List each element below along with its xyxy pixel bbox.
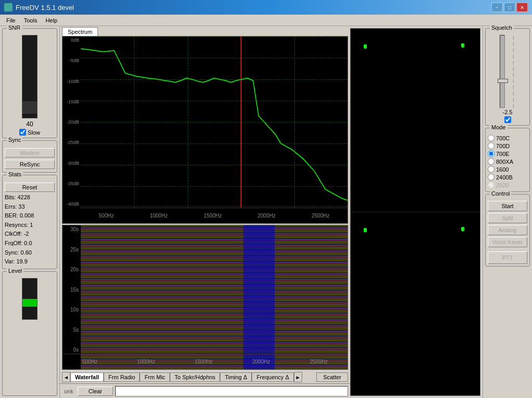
tab-frm-radio[interactable]: Frm Radio (104, 372, 140, 382)
radio-700c[interactable] (488, 135, 494, 141)
mode-group: Mode 700C 700D 700E 800XA (485, 128, 530, 192)
y-label-5db: -5dB (63, 58, 81, 63)
spectrum-tabs: Spectrum (60, 26, 350, 36)
tab-timing[interactable]: Timing Δ (220, 372, 252, 382)
level-label: Level (7, 268, 23, 274)
tab-frm-mic[interactable]: Frm Mic (140, 372, 170, 382)
radio-1600[interactable] (488, 166, 494, 173)
y-label-25db: -25dB (63, 140, 81, 145)
title-bar-controls: − □ ✕ (491, 3, 528, 12)
mode-700d: 700D (488, 142, 527, 149)
scatter-panel (350, 28, 480, 396)
mode-1600: 1600 (488, 166, 527, 173)
waterfall-x-axis: 500Hz 1000Hz 1500Hz 2000Hz 2500Hz (63, 354, 348, 369)
radio-2020[interactable] (488, 182, 494, 188)
mode-800xa-label: 800XA (496, 159, 513, 165)
radio-800xa[interactable] (488, 158, 494, 165)
snr-group: SNR 40 Slow (2, 28, 57, 138)
squelch-thumb[interactable] (498, 79, 508, 83)
stats-label: Stats (7, 171, 23, 177)
status-label: unk (62, 388, 76, 394)
slow-check: Slow (5, 129, 55, 136)
spectrum-display: 0dB -5dB -10dB -15dB -20dB -25dB -30dB -… (62, 36, 348, 224)
control-label: Control (490, 190, 511, 197)
minimize-button[interactable]: − (491, 3, 503, 12)
resync-button[interactable]: ReSync (5, 160, 55, 169)
y-label-40db: -40dB (63, 201, 81, 207)
clear-button[interactable]: Clear (78, 387, 113, 396)
main-content: SNR 40 Slow Sync Modem ReSync Stats (0, 26, 532, 398)
mode-700d-label: 700D (496, 143, 510, 149)
x-label-500: 500Hz (99, 213, 114, 219)
sync-group: Sync Modem ReSync (2, 140, 57, 173)
control-group: Control Start Split Analog Voice Keyer P… (485, 194, 530, 267)
y-label-0db: 0dB (63, 38, 81, 43)
menu-help[interactable]: Help (41, 16, 61, 25)
scatter-dot-4 (461, 227, 464, 231)
spectrum-tab[interactable]: Spectrum (62, 27, 98, 36)
squelch-slider-track[interactable]: | | | | | | | | | | | | (500, 35, 505, 108)
stat-var: Var: 19.9 (5, 257, 55, 267)
waterfall-display: 30s 25s 20s 15s 10s 5s 0s 500Hz 1000Hz (62, 225, 348, 370)
menu-file[interactable]: File (2, 16, 20, 25)
scatter-dot-2 (461, 43, 464, 47)
slow-checkbox[interactable] (19, 129, 26, 136)
tab-frequency[interactable]: Frequency Δ (252, 372, 293, 382)
status-bar: unk Clear (60, 383, 350, 398)
y-label-20db: -20dB (63, 119, 81, 125)
scatter-top (351, 29, 480, 212)
center-panels: Spectrum 0dB -5dB -10dB -15dB -20dB -25d… (60, 26, 482, 398)
right-panel: Squelch | | | | | | | | | (482, 26, 532, 398)
tabs-nav-left[interactable]: ◄ (62, 372, 70, 382)
waterfall-background (81, 225, 348, 369)
stat-ber: BER: 0.008 (5, 211, 55, 221)
tab-to-spkr[interactable]: To Spkr/Hdphns (170, 372, 220, 382)
app-icon (4, 3, 13, 11)
reset-button[interactable]: Reset (5, 183, 55, 192)
x-label-1500: 1500Hz (204, 213, 221, 219)
y-label-15db: -15dB (63, 99, 81, 104)
snr-label: SNR (7, 25, 22, 31)
squelch-value: -2.5 (503, 109, 513, 115)
tabs-nav-right[interactable]: ► (294, 372, 302, 382)
window-title: FreeDV 1.5.1 devel (16, 4, 74, 11)
scatter-button[interactable]: Scatter (316, 372, 348, 382)
scatter-dot-1 (364, 44, 367, 49)
x-label-2500: 2500Hz (312, 213, 329, 219)
close-button[interactable]: ✕ (516, 3, 528, 12)
left-panel: SNR 40 Slow Sync Modem ReSync Stats (0, 26, 60, 398)
mode-2020-label: 2020 (496, 182, 509, 188)
modem-button[interactable]: Modem (5, 148, 55, 158)
voice-keyer-button[interactable]: Voice Keyer (488, 237, 527, 247)
squelch-enable-check (504, 116, 511, 123)
squelch-label: Squelch (490, 25, 514, 31)
level-group: Level (2, 271, 57, 396)
maximize-button[interactable]: □ (504, 3, 515, 12)
center-main: Spectrum 0dB -5dB -10dB -15dB -20dB -25d… (60, 26, 350, 398)
ptt-button[interactable]: PTT (488, 251, 527, 264)
split-button[interactable]: Split (488, 213, 527, 223)
stat-frqoff: FrqOff: 0.0 (5, 239, 55, 248)
tab-waterfall[interactable]: Waterfall (70, 372, 104, 382)
menu-tools[interactable]: Tools (20, 16, 42, 25)
waterfall-blue-stripe (243, 225, 275, 369)
analog-button[interactable]: Analog (488, 225, 527, 235)
spectrum-svg (81, 37, 348, 208)
title-bar-left: FreeDV 1.5.1 devel (4, 3, 74, 11)
radio-2400b[interactable] (488, 174, 494, 180)
status-text-area[interactable] (115, 386, 348, 396)
stat-clkoff: ClkOff: -2 (5, 230, 55, 239)
snr-value: 40 (5, 120, 55, 128)
squelch-group: Squelch | | | | | | | | | (485, 28, 530, 126)
start-button[interactable]: Start (488, 201, 527, 211)
bottom-tabs-row: ◄ Waterfall Frm Radio Frm Mic To Spkr/Hd… (60, 371, 350, 383)
stat-errs: Errs: 33 (5, 202, 55, 212)
stat-sync: Sync: 0.60 (5, 248, 55, 258)
stats-group: Stats Reset Bits: 4228 Errs: 33 BER: 0.0… (2, 175, 57, 269)
y-label-35db: -35dB (63, 181, 81, 186)
radio-700d[interactable] (488, 142, 494, 149)
mode-2400b-label: 2400B (496, 174, 513, 180)
level-meter (22, 278, 38, 320)
radio-700e[interactable] (488, 150, 494, 157)
squelch-checkbox[interactable] (504, 116, 511, 123)
